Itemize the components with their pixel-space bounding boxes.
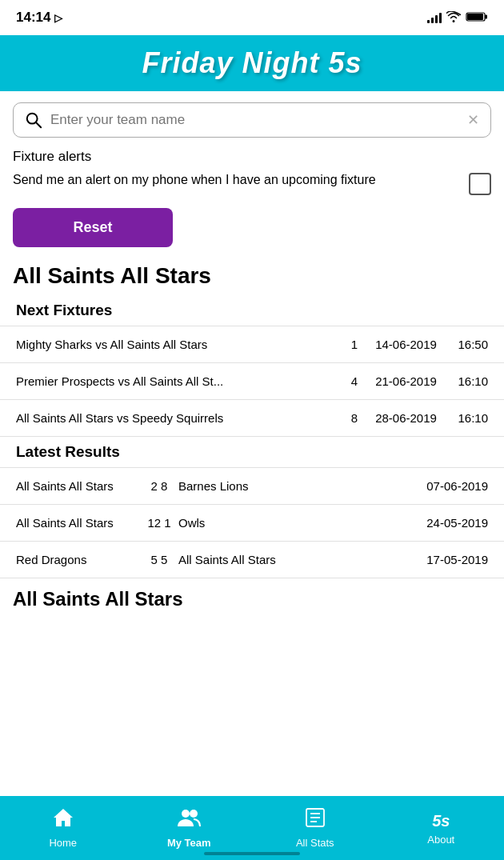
home-icon <box>52 807 74 834</box>
result-score: 5 5 <box>140 553 178 566</box>
fixture-alerts-title: Fixture alerts <box>13 149 491 165</box>
about-icon: 5s <box>432 811 450 830</box>
status-icons <box>427 11 488 25</box>
nav-label-about: About <box>427 834 454 846</box>
table-row: Mighty Sharks vs All Saints All Stars 1 … <box>0 326 504 363</box>
fixture-date: 21-06-2019 <box>364 374 448 388</box>
reset-button[interactable]: Reset <box>13 208 173 247</box>
latest-results-list: All Saints All Stars 2 8 Barnes Lions 07… <box>0 467 504 578</box>
svg-rect-2 <box>467 14 483 20</box>
fixture-match: All Saints All Stars vs Speedy Squirrels <box>16 411 338 425</box>
table-row: All Saints All Stars vs Speedy Squirrels… <box>0 400 504 437</box>
table-row: Red Dragons 5 5 All Saints All Stars 17-… <box>0 542 504 578</box>
search-container: ✕ <box>0 91 504 149</box>
result-team1: Red Dragons <box>16 553 140 566</box>
svg-line-4 <box>36 122 41 127</box>
location-icon: ▷ <box>54 12 62 24</box>
team-name-heading: All Saints All Stars <box>0 260 504 295</box>
signal-bars <box>427 12 442 23</box>
fixture-date: 14-06-2019 <box>364 338 448 351</box>
table-row: Premier Prospects vs All Saints All St..… <box>0 363 504 400</box>
nav-label-my-team: My Team <box>167 837 211 849</box>
result-score: 2 8 <box>140 479 178 493</box>
all-stats-icon <box>305 807 326 834</box>
nav-item-my-team[interactable]: My Team <box>157 807 221 849</box>
result-date: 17-05-2019 <box>408 553 488 566</box>
nav-item-all-stats[interactable]: All Stats <box>283 807 347 849</box>
table-row: All Saints All Stars 2 8 Barnes Lions 07… <box>0 467 504 505</box>
result-team2: Barnes Lions <box>178 479 408 493</box>
svg-point-5 <box>182 810 190 818</box>
my-team-icon <box>176 807 202 834</box>
result-team1: All Saints All Stars <box>16 516 140 530</box>
search-box: ✕ <box>13 102 491 138</box>
result-date: 07-06-2019 <box>408 479 488 493</box>
fixture-pitch: 4 <box>345 374 364 388</box>
svg-rect-1 <box>485 14 487 18</box>
fixture-match: Mighty Sharks vs All Saints All Stars <box>16 338 338 351</box>
home-indicator <box>204 852 300 855</box>
svg-point-6 <box>190 810 198 818</box>
battery-icon <box>466 11 488 25</box>
latest-results-header: Latest Results <box>0 437 504 467</box>
app-header: Friday Night 5s <box>0 35 504 91</box>
team-name-bottom: All Saints All Stars <box>0 578 504 615</box>
bottom-nav: Home My Team All Stats 5s About <box>0 796 504 860</box>
result-date: 24-05-2019 <box>408 516 488 530</box>
fixture-match: Premier Prospects vs All Saints All St..… <box>16 374 338 388</box>
fixture-time: 16:50 <box>448 338 488 351</box>
time-display: 14:14 <box>16 10 50 26</box>
reset-btn-container: Reset <box>0 205 504 260</box>
wifi-icon <box>446 11 461 25</box>
nav-label-all-stats: All Stats <box>296 837 334 849</box>
next-fixtures-header: Next Fixtures <box>0 295 504 326</box>
fixture-pitch: 1 <box>345 338 364 351</box>
search-icon <box>25 111 42 129</box>
fixture-pitch: 8 <box>345 411 364 425</box>
result-score: 12 1 <box>140 516 178 530</box>
next-fixtures-list: Mighty Sharks vs All Saints All Stars 1 … <box>0 326 504 437</box>
alert-row: Send me an alert on my phone when I have… <box>13 171 491 195</box>
alert-checkbox[interactable] <box>469 173 491 195</box>
status-bar: 14:14 ▷ <box>0 0 504 35</box>
fixture-date: 28-06-2019 <box>364 411 448 425</box>
fixture-time: 16:10 <box>448 374 488 388</box>
fixture-time: 16:10 <box>448 411 488 425</box>
result-team2: All Saints All Stars <box>178 553 408 566</box>
status-time: 14:14 ▷ <box>16 10 62 26</box>
alert-text: Send me an alert on my phone when I have… <box>13 171 376 189</box>
fixture-alerts-section: Fixture alerts Send me an alert on my ph… <box>0 149 504 205</box>
table-row: All Saints All Stars 12 1 Owls 24-05-201… <box>0 505 504 542</box>
nav-label-home: Home <box>49 837 77 849</box>
clear-icon[interactable]: ✕ <box>467 111 479 129</box>
result-team2: Owls <box>178 516 408 530</box>
search-input[interactable] <box>50 112 467 128</box>
result-team1: All Saints All Stars <box>16 479 140 493</box>
app-title: Friday Night 5s <box>142 46 362 80</box>
nav-item-about[interactable]: 5s About <box>409 811 473 846</box>
nav-item-home[interactable]: Home <box>31 807 95 849</box>
